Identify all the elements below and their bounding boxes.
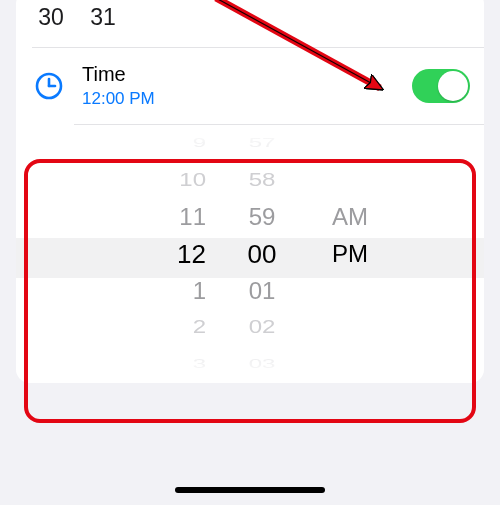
picker-option[interactable]: 57 (249, 134, 276, 152)
time-row: Time 12:00 PM (16, 48, 484, 124)
picker-ampm-column[interactable]: AM PM (318, 125, 478, 383)
clock-icon (34, 71, 64, 101)
picker-option[interactable]: 1 (193, 272, 206, 309)
picker-option-selected[interactable]: 00 (248, 236, 277, 273)
picker-option[interactable]: 3 (193, 355, 206, 373)
time-selected-value: 12:00 PM (82, 89, 412, 109)
picker-option[interactable]: 9 (193, 134, 206, 152)
picker-option[interactable]: 03 (249, 355, 276, 373)
calendar-trailing-row: 30 31 (16, 0, 484, 47)
picker-option-selected[interactable]: 12 (177, 236, 206, 273)
settings-card: 30 31 Time 12:00 PM 9 10 11 (16, 0, 484, 383)
toggle-knob (438, 71, 468, 101)
picker-minutes-column[interactable]: 57 58 59 00 01 02 03 (206, 125, 318, 383)
picker-option[interactable]: 2 (193, 314, 206, 342)
time-picker[interactable]: 9 10 11 12 1 2 3 57 58 59 00 01 02 03 (16, 125, 484, 383)
picker-option[interactable]: 02 (249, 314, 276, 342)
picker-option[interactable]: AM (332, 199, 368, 236)
picker-option[interactable]: 11 (179, 199, 206, 236)
home-indicator[interactable] (175, 487, 325, 493)
picker-option[interactable]: 59 (249, 199, 276, 236)
picker-option-selected[interactable]: PM (332, 236, 368, 273)
calendar-day[interactable]: 31 (86, 4, 120, 31)
picker-option[interactable]: 58 (249, 166, 276, 194)
calendar-day[interactable]: 30 (34, 4, 68, 31)
time-text-group: Time 12:00 PM (82, 63, 412, 109)
time-toggle[interactable] (412, 69, 470, 103)
picker-option[interactable]: 10 (179, 166, 206, 194)
picker-hours-column[interactable]: 9 10 11 12 1 2 3 (16, 125, 206, 383)
time-label: Time (82, 63, 412, 85)
picker-option[interactable]: 01 (249, 272, 276, 309)
